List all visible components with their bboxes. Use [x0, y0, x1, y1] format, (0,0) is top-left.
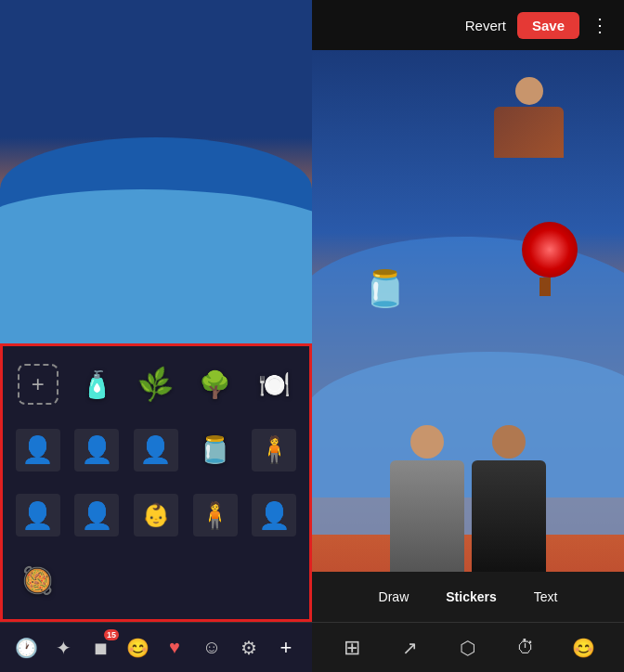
grid-icon[interactable]: ⊞ [337, 633, 367, 663]
right-panel: Revert Save ⋮ 🫙 [312, 0, 624, 672]
sticker-tree[interactable]: 🌳 [188, 354, 243, 416]
sticker-person-3[interactable]: 👤 [128, 420, 184, 482]
left-panel: + 🧴 🌿 🌳 🍽️ 👤 👤 👤 [0, 0, 312, 672]
emoji-icon[interactable]: 😊 [123, 633, 152, 663]
heart-icon[interactable]: ♥ [160, 633, 189, 663]
sticker-person-8[interactable]: 🧍 [188, 485, 243, 547]
sticker-person-4[interactable]: 🧍 [246, 420, 302, 482]
left-preview [0, 0, 312, 343]
sticker-person-7[interactable]: 👶 [128, 485, 184, 547]
sticker-tray: + 🧴 🌿 🌳 🍽️ 👤 👤 👤 [0, 343, 312, 622]
right-bottom-icons: ⊞ ↗ ⬡ ⏱ 😊 [312, 622, 624, 672]
draw-tool[interactable]: Draw [379, 589, 410, 604]
sticker-empty-3 [188, 550, 243, 613]
star-icon[interactable]: ✦ [48, 633, 78, 663]
right-toolbar: Draw Stickers Text [312, 572, 624, 622]
more-options-button[interactable]: ⋮ [591, 14, 609, 36]
revert-button[interactable]: Revert [465, 18, 506, 33]
sticker-person-9[interactable]: 👤 [246, 485, 302, 547]
notification-icon[interactable]: ◼ 15 [85, 633, 115, 663]
sticker-person-2[interactable]: 👤 [70, 420, 125, 482]
sticker-person-1[interactable]: 👤 [10, 420, 66, 482]
canvas-jar-sticker: 🫙 [363, 268, 407, 309]
sticker-person-6[interactable]: 👤 [70, 485, 125, 547]
save-button[interactable]: Save [517, 12, 579, 39]
sticker-plate[interactable]: 🍽️ [246, 354, 302, 416]
canvas-bottom-persons [312, 377, 624, 572]
timer-icon[interactable]: ⏱ [511, 633, 540, 663]
add-sticker-item[interactable]: + [10, 354, 66, 416]
effects-icon[interactable]: ⬡ [453, 633, 483, 663]
clock-icon[interactable]: 🕐 [11, 633, 41, 663]
sticker-person-5[interactable]: 👤 [10, 485, 66, 547]
add-sticker-button[interactable]: + [18, 364, 58, 405]
right-header: Revert Save ⋮ [312, 0, 624, 50]
add-nav-icon[interactable]: + [271, 633, 301, 663]
sticker-jar[interactable]: 🫙 [188, 420, 243, 482]
sticker-spray[interactable]: 🧴 [70, 354, 125, 416]
canvas-top-person [448, 64, 610, 171]
sticker-food[interactable]: 🥘 [10, 550, 66, 613]
face-icon[interactable]: 😊 [569, 633, 599, 663]
notification-badge: 15 [104, 629, 119, 640]
sticker-empty-1 [70, 550, 125, 613]
right-canvas[interactable]: 🫙 [312, 50, 624, 572]
canvas-red-tree [517, 222, 573, 296]
stickers-tool[interactable]: Stickers [446, 589, 496, 604]
text-tool[interactable]: Text [534, 589, 558, 604]
sticker-leaf[interactable]: 🌿 [128, 354, 184, 416]
sticker-empty-4 [246, 550, 302, 613]
share-icon[interactable]: ↗ [396, 633, 425, 663]
left-bottom-nav: 🕐 ✦ ◼ 15 😊 ♥ ☺ ⚙ + [0, 622, 312, 672]
sticker-face-icon[interactable]: ☺ [197, 633, 227, 663]
settings-icon[interactable]: ⚙ [234, 633, 264, 663]
sticker-empty-2 [128, 550, 184, 613]
